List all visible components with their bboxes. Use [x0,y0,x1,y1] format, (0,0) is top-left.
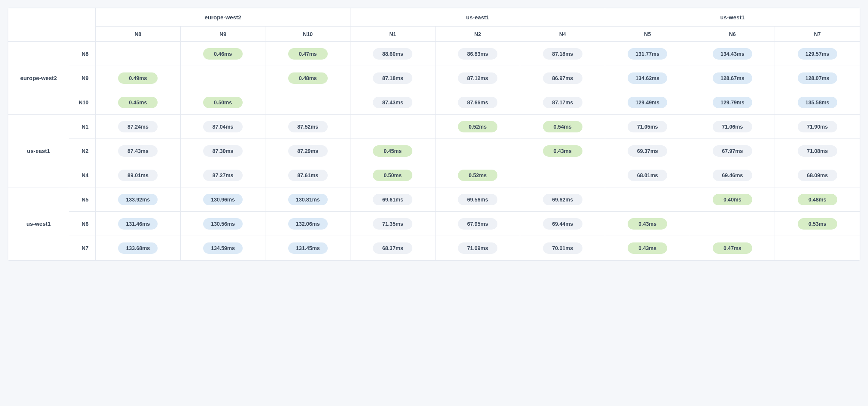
latency-cell: 135.58ms [775,90,860,115]
latency-cell: 0.43ms [605,212,690,236]
latency-cell: 71.06ms [690,115,775,139]
latency-pill: 0.50ms [203,97,243,108]
latency-pill: 71.35ms [373,218,412,230]
latency-pill: 130.81ms [288,194,328,205]
latency-pill: 87.27ms [203,170,243,181]
col-node-header: N6 [690,27,775,42]
latency-cell: 134.62ms [605,66,690,90]
corner-cell [8,8,96,42]
table-row: N100.45ms0.50ms87.43ms87.66ms87.17ms129.… [8,90,860,115]
latency-cell: 86.83ms [435,42,520,66]
latency-pill: 0.43ms [628,242,667,254]
latency-pill: 87.30ms [203,145,243,157]
latency-cell: 68.09ms [775,163,860,187]
latency-cell [96,42,181,66]
latency-pill: 0.43ms [628,218,667,230]
latency-pill: 129.79ms [713,97,752,108]
latency-pill: 0.52ms [458,121,497,132]
latency-cell: 128.67ms [690,66,775,90]
latency-cell: 69.62ms [520,187,605,212]
latency-cell: 130.81ms [265,187,350,212]
latency-cell: 129.79ms [690,90,775,115]
latency-cell: 131.46ms [96,212,181,236]
latency-cell: 87.43ms [96,139,181,163]
latency-pill: 71.06ms [713,121,752,132]
latency-pill: 87.29ms [288,145,328,157]
col-node-header: N2 [435,27,520,42]
col-region-header: us-west1 [605,8,860,27]
header-region-row: europe-west2 us-east1 us-west1 [8,8,860,27]
latency-cell: 67.97ms [690,139,775,163]
latency-pill: 0.50ms [373,170,412,181]
latency-cell: 69.44ms [520,212,605,236]
latency-pill: 0.40ms [713,194,752,205]
latency-pill: 133.68ms [118,242,158,254]
latency-pill: 128.67ms [713,72,752,84]
latency-pill: 87.61ms [288,170,328,181]
latency-cell: 134.43ms [690,42,775,66]
row-node-header: N1 [69,115,96,139]
header-node-row: N8 N9 N10 N1 N2 N4 N5 N6 N7 [8,27,860,42]
latency-pill: 70.01ms [543,242,582,254]
table-row: us-east1N187.24ms87.04ms87.52ms0.52ms0.5… [8,115,860,139]
table-row: N287.43ms87.30ms87.29ms0.45ms0.43ms69.37… [8,139,860,163]
latency-cell: 129.57ms [775,42,860,66]
latency-cell: 0.47ms [690,236,775,260]
col-node-header: N5 [605,27,690,42]
col-node-header: N8 [96,27,181,42]
latency-cell: 88.60ms [350,42,435,66]
latency-cell: 133.68ms [96,236,181,260]
latency-cell: 0.47ms [265,42,350,66]
latency-cell: 87.30ms [180,139,265,163]
latency-pill: 0.45ms [373,145,412,157]
latency-table: europe-west2 us-east1 us-west1 N8 N9 N10… [8,8,860,260]
latency-cell: 67.95ms [435,212,520,236]
latency-pill: 132.06ms [288,218,328,230]
row-node-header: N9 [69,66,96,90]
latency-pill: 87.04ms [203,121,243,132]
row-node-header: N10 [69,90,96,115]
latency-cell: 0.43ms [605,236,690,260]
latency-cell: 87.66ms [435,90,520,115]
latency-pill: 87.52ms [288,121,328,132]
latency-pill: 69.46ms [713,170,752,181]
col-node-header: N4 [520,27,605,42]
latency-cell: 87.17ms [520,90,605,115]
latency-cell: 86.97ms [520,66,605,90]
latency-cell: 69.37ms [605,139,690,163]
latency-cell: 70.01ms [520,236,605,260]
latency-cell: 0.53ms [775,212,860,236]
latency-pill: 69.62ms [543,194,582,205]
table-body: europe-west2N80.46ms0.47ms88.60ms86.83ms… [8,42,860,260]
latency-pill: 68.01ms [628,170,667,181]
latency-cell: 132.06ms [265,212,350,236]
table-head: europe-west2 us-east1 us-west1 N8 N9 N10… [8,8,860,42]
latency-pill: 134.43ms [713,48,752,60]
latency-cell [605,187,690,212]
latency-cell: 0.40ms [690,187,775,212]
latency-cell: 87.52ms [265,115,350,139]
latency-pill: 88.60ms [373,48,412,60]
latency-cell: 71.90ms [775,115,860,139]
latency-cell: 68.37ms [350,236,435,260]
latency-cell [690,212,775,236]
latency-cell: 129.49ms [605,90,690,115]
latency-cell [520,163,605,187]
latency-pill: 69.37ms [628,145,667,157]
latency-cell: 71.09ms [435,236,520,260]
latency-cell [775,236,860,260]
latency-cell: 0.43ms [520,139,605,163]
latency-pill: 87.66ms [458,97,497,108]
latency-pill: 71.09ms [458,242,497,254]
table-row: us-west1N5133.92ms130.96ms130.81ms69.61m… [8,187,860,212]
col-node-header: N7 [775,27,860,42]
latency-pill: 130.56ms [203,218,243,230]
latency-cell: 130.56ms [180,212,265,236]
latency-pill: 0.52ms [458,170,497,181]
latency-pill: 87.43ms [373,97,412,108]
row-region-header: us-east1 [8,115,69,187]
latency-pill: 87.43ms [118,145,158,157]
latency-cell: 87.04ms [180,115,265,139]
latency-pill: 0.49ms [118,72,158,84]
latency-cell: 0.45ms [350,139,435,163]
